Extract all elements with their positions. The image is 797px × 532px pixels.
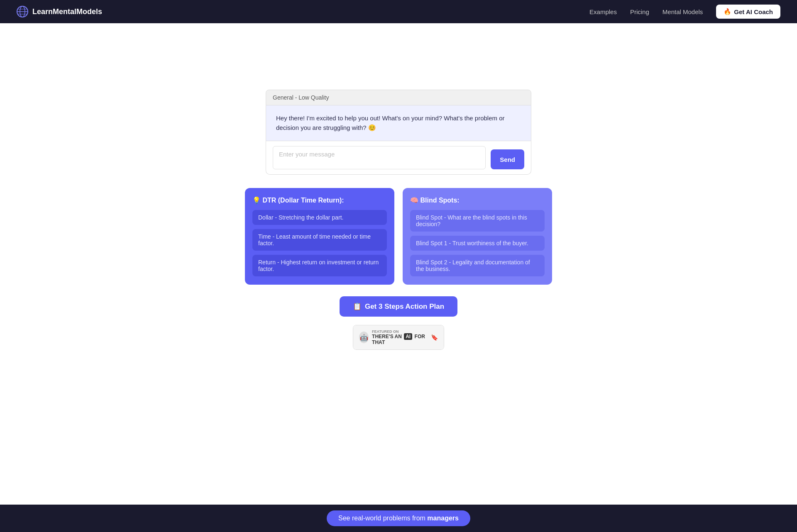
get-ai-coach-button[interactable]: 🔥 Get AI Coach bbox=[716, 5, 780, 19]
ai-banner: 🤖 FEATURED ON THERE'S AN AI FOR THAT 🔖 bbox=[353, 325, 444, 350]
notification-text-bold: managers bbox=[427, 515, 459, 522]
brand-logo[interactable]: LearnMentalModels bbox=[17, 6, 102, 17]
send-button[interactable]: Send bbox=[491, 149, 524, 169]
nav-pricing[interactable]: Pricing bbox=[630, 8, 649, 15]
get-ai-coach-label: Get AI Coach bbox=[734, 8, 773, 15]
message-input[interactable] bbox=[273, 146, 486, 169]
notification-text-prefix: See real-world problems from bbox=[338, 515, 427, 522]
fire-icon: 🔥 bbox=[724, 8, 731, 15]
blind-spot-1[interactable]: Blind Spot 1 - Trust worthiness of the b… bbox=[410, 236, 545, 251]
assistant-message: Hey there! I'm excited to help you out! … bbox=[276, 114, 521, 132]
chat-message-box: Hey there! I'm excited to help you out! … bbox=[266, 105, 531, 141]
dtr-card-title: 💡 DTR (Dollar Time Return): bbox=[252, 196, 387, 204]
page-content: General - Low Quality Hey there! I'm exc… bbox=[0, 0, 797, 532]
action-plan-label: Get 3 Steps Action Plan bbox=[365, 303, 444, 311]
bookmark-icon: 🔖 bbox=[431, 334, 438, 341]
ai-banner-inner: 🤖 FEATURED ON THERE'S AN AI FOR THAT 🔖 bbox=[353, 325, 444, 349]
action-plan-icon: 📋 bbox=[353, 302, 362, 311]
chat-input-area: Send bbox=[266, 141, 531, 175]
cards-section: 💡 DTR (Dollar Time Return): Dollar - Str… bbox=[237, 188, 560, 285]
model-badge: General - Low Quality bbox=[266, 90, 531, 105]
nav-mental-models[interactable]: Mental Models bbox=[663, 8, 703, 15]
dtr-card-items: Dollar - Stretching the dollar part. Tim… bbox=[252, 210, 387, 276]
nav-examples[interactable]: Examples bbox=[589, 8, 617, 15]
ai-banner-text: FEATURED ON THERE'S AN AI FOR THAT bbox=[372, 329, 428, 345]
blind-spot-2[interactable]: Blind Spot 2 - Legality and documentatio… bbox=[410, 255, 545, 276]
ai-banner-logo-icon: 🤖 bbox=[359, 332, 369, 343]
dtr-card: 💡 DTR (Dollar Time Return): Dollar - Str… bbox=[245, 188, 394, 285]
navbar-links: Examples Pricing Mental Models 🔥 Get AI … bbox=[589, 5, 780, 19]
dtr-item-dollar[interactable]: Dollar - Stretching the dollar part. bbox=[252, 210, 387, 225]
ai-banner-prefix: FEATURED ON bbox=[372, 329, 428, 334]
action-plan-section: 📋 Get 3 Steps Action Plan bbox=[0, 296, 797, 317]
ai-banner-main: THERE'S AN AI FOR THAT bbox=[372, 334, 428, 345]
dtr-item-return[interactable]: Return - Highest return on investment or… bbox=[252, 255, 387, 276]
notification-bar: See real-world problems from managers bbox=[0, 505, 797, 532]
notification-pill[interactable]: See real-world problems from managers bbox=[327, 510, 470, 526]
brand-icon bbox=[17, 6, 28, 17]
blind-spots-card-items: Blind Spot - What are the blind spots in… bbox=[410, 210, 545, 276]
brand-name: LearnMentalModels bbox=[32, 7, 102, 16]
navbar: LearnMentalModels Examples Pricing Menta… bbox=[0, 0, 797, 23]
dtr-item-time[interactable]: Time - Least amount of time needed or ti… bbox=[252, 229, 387, 251]
chat-container: General - Low Quality Hey there! I'm exc… bbox=[257, 90, 540, 175]
blind-spots-card-title: 🧠 Blind Spots: bbox=[410, 196, 545, 204]
blind-spot-general[interactable]: Blind Spot - What are the blind spots in… bbox=[410, 210, 545, 232]
action-plan-button[interactable]: 📋 Get 3 Steps Action Plan bbox=[340, 296, 457, 317]
blind-spots-card: 🧠 Blind Spots: Blind Spot - What are the… bbox=[403, 188, 552, 285]
